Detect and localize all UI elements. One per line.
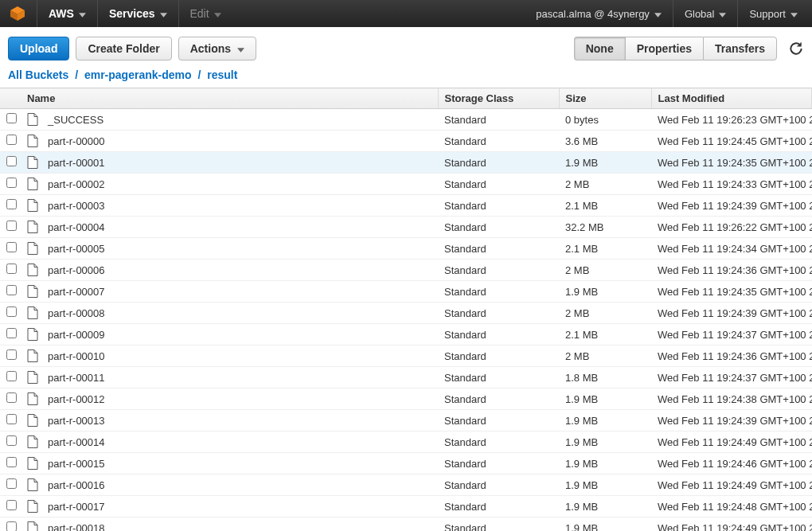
table-row[interactable]: part-r-00018Standard1.9 MBWed Feb 11 19:… [0, 517, 812, 532]
table-row[interactable]: part-r-00014Standard1.9 MBWed Feb 11 19:… [0, 431, 812, 453]
row-checkbox[interactable] [6, 178, 17, 188]
actions-menu-button[interactable]: Actions [178, 37, 256, 61]
table-row[interactable]: part-r-00005Standard2.1 MBWed Feb 11 19:… [0, 238, 812, 260]
table-row[interactable]: part-r-00011Standard1.8 MBWed Feb 11 19:… [0, 367, 812, 388]
breadcrumb-root[interactable]: All Buckets [8, 68, 68, 81]
file-name[interactable]: part-r-00018 [41, 517, 438, 532]
file-modified: Wed Feb 11 19:24:46 GMT+100 2015 [651, 453, 811, 474]
col-header-size[interactable]: Size [559, 88, 651, 109]
file-name[interactable]: part-r-00015 [41, 453, 438, 474]
file-size: 32.2 MB [559, 217, 651, 238]
row-checkbox[interactable] [6, 285, 17, 295]
row-checkbox[interactable] [6, 457, 17, 467]
file-storage: Standard [438, 388, 559, 410]
file-name[interactable]: part-r-00002 [41, 174, 438, 195]
separator [737, 0, 738, 27]
row-checkbox[interactable] [6, 156, 17, 166]
file-name[interactable]: part-r-00000 [41, 131, 438, 152]
file-name[interactable]: part-r-00003 [41, 195, 438, 217]
row-checkbox[interactable] [6, 521, 17, 531]
file-name[interactable]: part-r-00005 [41, 238, 438, 260]
file-name[interactable]: part-r-00009 [41, 324, 438, 346]
col-header-name[interactable]: Name [21, 88, 438, 109]
services-menu[interactable]: Services [101, 0, 175, 27]
file-name[interactable]: part-r-00017 [41, 496, 438, 517]
col-header-checkbox[interactable] [0, 88, 21, 109]
region-menu[interactable]: Global [677, 0, 735, 27]
row-checkbox[interactable] [6, 371, 17, 381]
table-row[interactable]: part-r-00016Standard1.9 MBWed Feb 11 19:… [0, 474, 812, 496]
brand-menu[interactable]: AWS [41, 0, 94, 27]
row-checkbox[interactable] [6, 221, 17, 231]
row-checkbox[interactable] [6, 500, 17, 510]
row-checkbox[interactable] [6, 199, 17, 209]
row-checkbox[interactable] [6, 349, 17, 360]
support-menu[interactable]: Support [741, 0, 806, 27]
segment-properties[interactable]: Properties [625, 37, 703, 61]
col-header-modified[interactable]: Last Modified [651, 88, 811, 109]
file-size: 1.9 MB [559, 388, 651, 410]
file-name[interactable]: part-r-00011 [41, 367, 438, 388]
chevron-down-icon [719, 8, 726, 20]
file-name[interactable]: part-r-00001 [41, 152, 438, 174]
account-menu[interactable]: pascal.alma @ 4synergy [528, 0, 670, 27]
file-name[interactable]: part-r-00012 [41, 388, 438, 410]
file-name[interactable]: part-r-00008 [41, 303, 438, 324]
file-storage: Standard [438, 217, 559, 238]
file-name[interactable]: part-r-00014 [41, 431, 438, 453]
table-row[interactable]: part-r-00009Standard2.1 MBWed Feb 11 19:… [0, 324, 812, 346]
file-icon [21, 453, 41, 474]
table-row[interactable]: part-r-00004Standard32.2 MBWed Feb 11 19… [0, 217, 812, 238]
breadcrumb-folder[interactable]: result [207, 68, 237, 81]
create-folder-button[interactable]: Create Folder [76, 37, 171, 61]
edit-menu[interactable]: Edit [182, 0, 229, 27]
row-checkbox[interactable] [6, 435, 17, 446]
table-row[interactable]: part-r-00008Standard2 MBWed Feb 11 19:24… [0, 303, 812, 324]
file-storage: Standard [438, 303, 559, 324]
file-name[interactable]: part-r-00010 [41, 346, 438, 367]
row-checkbox[interactable] [6, 392, 17, 403]
row-checkbox[interactable] [6, 264, 17, 274]
table-row[interactable]: part-r-00007Standard1.9 MBWed Feb 11 19:… [0, 281, 812, 303]
file-icon [21, 238, 41, 260]
table-row[interactable]: part-r-00017Standard1.9 MBWed Feb 11 19:… [0, 496, 812, 517]
row-checkbox[interactable] [6, 414, 17, 424]
row-checkbox[interactable] [6, 478, 17, 489]
breadcrumb: All Buckets / emr-pagerank-demo / result [0, 67, 812, 88]
separator [37, 0, 37, 27]
file-name[interactable]: part-r-00016 [41, 474, 438, 496]
breadcrumb-bucket[interactable]: emr-pagerank-demo [84, 68, 192, 81]
refresh-button[interactable] [788, 41, 804, 57]
table-row[interactable]: part-r-00000Standard3.6 MBWed Feb 11 19:… [0, 131, 812, 152]
segment-none[interactable]: None [574, 37, 625, 61]
file-name[interactable]: _SUCCESS [41, 109, 438, 131]
row-checkbox[interactable] [6, 306, 17, 317]
table-row[interactable]: part-r-00002Standard2 MBWed Feb 11 19:24… [0, 174, 812, 195]
row-checkbox[interactable] [6, 242, 17, 252]
aws-logo-icon[interactable] [10, 6, 25, 21]
file-modified: Wed Feb 11 19:24:39 GMT+100 2015 [651, 195, 811, 217]
table-row[interactable]: part-r-00010Standard2 MBWed Feb 11 19:24… [0, 346, 812, 367]
table-row[interactable]: part-r-00001Standard1.9 MBWed Feb 11 19:… [0, 152, 812, 174]
table-row[interactable]: _SUCCESSStandard0 bytesWed Feb 11 19:26:… [0, 109, 812, 131]
file-name[interactable]: part-r-00013 [41, 410, 438, 431]
table-row[interactable]: part-r-00013Standard1.9 MBWed Feb 11 19:… [0, 410, 812, 431]
table-header-row: Name Storage Class Size Last Modified [0, 88, 812, 109]
table-row[interactable]: part-r-00006Standard2 MBWed Feb 11 19:24… [0, 260, 812, 281]
file-modified: Wed Feb 11 19:24:36 GMT+100 2015 [651, 260, 811, 281]
table-row[interactable]: part-r-00012Standard1.9 MBWed Feb 11 19:… [0, 388, 812, 410]
breadcrumb-separator: / [72, 68, 81, 81]
col-header-storage[interactable]: Storage Class [438, 88, 559, 109]
upload-button[interactable]: Upload [8, 37, 69, 61]
segment-transfers[interactable]: Transfers [703, 37, 777, 61]
file-storage: Standard [438, 346, 559, 367]
file-name[interactable]: part-r-00007 [41, 281, 438, 303]
table-row[interactable]: part-r-00015Standard1.9 MBWed Feb 11 19:… [0, 453, 812, 474]
file-name[interactable]: part-r-00006 [41, 260, 438, 281]
row-checkbox[interactable] [6, 135, 17, 145]
row-checkbox[interactable] [6, 113, 17, 123]
table-row[interactable]: part-r-00003Standard2.1 MBWed Feb 11 19:… [0, 195, 812, 217]
row-checkbox[interactable] [6, 328, 17, 338]
file-name[interactable]: part-r-00004 [41, 217, 438, 238]
file-icon [21, 109, 41, 131]
